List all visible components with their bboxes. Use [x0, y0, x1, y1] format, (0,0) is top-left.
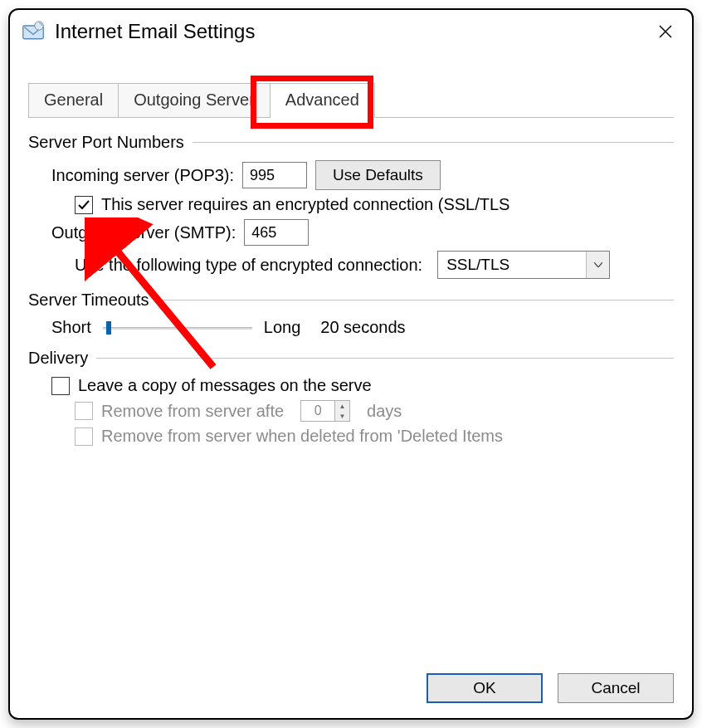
leave-copy-label: Leave a copy of messages on the serve: [78, 376, 372, 395]
outgoing-port-label: Outgoing server (SMTP):: [51, 223, 236, 242]
tab-advanced[interactable]: Advanced: [270, 83, 375, 118]
client-area: General Outgoing Server Advanced Server …: [10, 83, 692, 467]
timeout-value: 20 seconds: [320, 318, 405, 337]
close-icon: [658, 24, 673, 39]
timeout-slider[interactable]: [103, 320, 252, 336]
remove-after-days-spinner: 0 ▲ ▼: [300, 400, 350, 422]
tab-general[interactable]: General: [28, 83, 119, 118]
remove-after-days-value: 0: [301, 401, 334, 421]
group-title-timeouts: Server Timeouts: [28, 291, 149, 310]
days-label: days: [367, 402, 402, 421]
group-title-delivery: Delivery: [28, 349, 88, 368]
group-title-ports: Server Port Numbers: [28, 133, 184, 152]
group-delivery: Delivery Leave a copy of messages on the…: [28, 349, 674, 446]
chevron-down-icon: [586, 252, 609, 278]
remove-deleted-label: Remove from server when deleted from 'De…: [101, 427, 503, 446]
spinner-down-icon: ▼: [335, 411, 349, 421]
leave-copy-checkbox[interactable]: [51, 377, 70, 395]
ssl-checkbox[interactable]: [75, 196, 93, 214]
timeout-long-label: Long: [264, 318, 301, 337]
ok-button[interactable]: OK: [427, 673, 543, 703]
use-defaults-button[interactable]: Use Defaults: [315, 160, 441, 190]
dialog-footer: OK Cancel: [427, 673, 674, 703]
incoming-port-label: Incoming server (POP3):: [51, 166, 234, 185]
group-server-timeouts: Server Timeouts Short Long 20 seconds: [28, 291, 674, 337]
remove-deleted-checkbox: [75, 428, 93, 446]
outgoing-port-input[interactable]: [244, 219, 309, 246]
tab-pane-advanced: Server Port Numbers Incoming server (POP…: [28, 117, 674, 446]
check-icon: [77, 198, 90, 212]
tabstrip: General Outgoing Server Advanced: [28, 83, 674, 118]
encryption-type-select[interactable]: SSL/TLS: [437, 251, 610, 279]
remove-after-label: Remove from server afte: [101, 402, 284, 421]
tab-outgoing-server[interactable]: Outgoing Server: [118, 83, 271, 118]
encryption-type-label: Use the following type of encrypted conn…: [75, 256, 422, 275]
cancel-button[interactable]: Cancel: [558, 673, 674, 703]
encryption-type-value: SSL/TLS: [438, 256, 586, 274]
remove-after-checkbox: [75, 402, 93, 420]
dialog-window: Internet Email Settings General Outgoing…: [8, 8, 694, 720]
spinner-up-icon: ▲: [335, 401, 349, 411]
incoming-port-input[interactable]: [242, 162, 307, 188]
ssl-checkbox-label: This server requires an encrypted connec…: [101, 195, 509, 214]
close-button[interactable]: [651, 17, 680, 46]
window-title: Internet Email Settings: [55, 20, 255, 43]
app-icon: [22, 20, 45, 43]
group-server-port-numbers: Server Port Numbers Incoming server (POP…: [28, 133, 674, 279]
titlebar: Internet Email Settings: [10, 10, 692, 51]
timeout-short-label: Short: [51, 318, 91, 337]
